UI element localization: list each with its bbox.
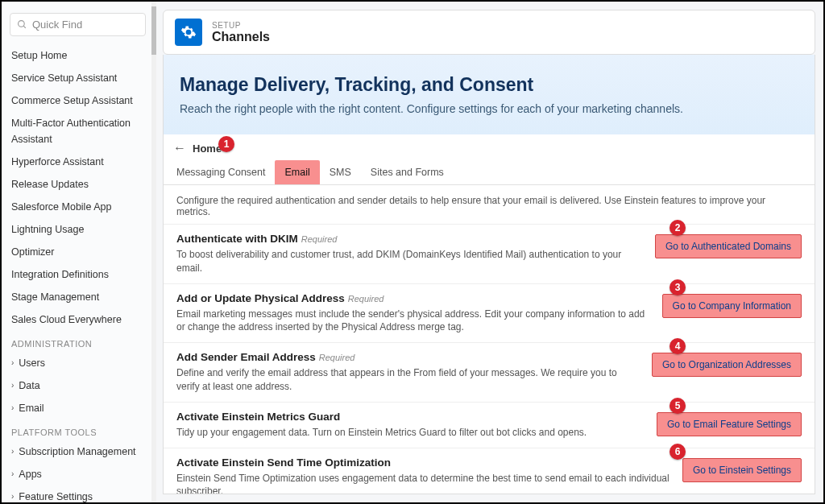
sidebar-item[interactable]: ›Subscription Management <box>2 440 154 463</box>
back-label: Home <box>193 143 222 155</box>
setting-row: Add or Update Physical AddressRequiredEm… <box>164 283 815 343</box>
breadcrumb[interactable]: ← Home 1 <box>164 134 815 160</box>
scrollbar[interactable] <box>151 2 156 502</box>
chevron-right-icon: › <box>11 468 14 481</box>
sidebar-label: Users <box>19 355 45 371</box>
action-button[interactable]: Go to Company Information <box>662 294 802 318</box>
chevron-right-icon: › <box>11 402 14 415</box>
search-icon <box>17 19 27 30</box>
sidebar-item[interactable]: Lightning Usage <box>2 218 154 241</box>
action-button[interactable]: Go to Organization Addresses <box>652 353 802 377</box>
tab-sms[interactable]: SMS <box>320 160 361 184</box>
main-panel: SETUP Channels Manage Delivery, Tracking… <box>155 2 823 502</box>
setting-title: Authenticate with DKIMRequired <box>176 233 642 245</box>
chevron-right-icon: › <box>11 357 14 370</box>
sidebar-item[interactable]: ›Data <box>2 374 154 397</box>
setting-desc: Email marketing messages must include th… <box>176 308 649 335</box>
sidebar-item[interactable]: Sales Cloud Everywhere <box>2 308 154 331</box>
gear-icon <box>175 19 202 46</box>
section-platform: PLATFORM TOOLS <box>2 419 154 440</box>
sidebar-label: Subscription Management <box>19 444 135 460</box>
tab-messaging-consent[interactable]: Messaging Consent <box>167 160 275 184</box>
tabs: Messaging ConsentEmailSMSSites and Forms <box>164 160 815 185</box>
content-desc: Configure the required authentication an… <box>164 185 815 224</box>
setting-row: Activate Einstein Send Time Optimization… <box>164 448 815 494</box>
annotation-6: 6 <box>670 444 686 460</box>
setting-desc: Tidy up your engagement data. Turn on Ei… <box>176 426 644 440</box>
sidebar-item[interactable]: Hyperforce Assistant <box>2 151 154 173</box>
setting-row: Authenticate with DKIMRequiredTo boost d… <box>164 224 815 283</box>
setting-desc: Define and verify the email address that… <box>176 366 639 394</box>
setting-title: Activate Einstein Metrics Guard <box>176 411 644 423</box>
section-admin: ADMINISTRATION <box>2 331 154 352</box>
sidebar-item[interactable]: Salesforce Mobile App <box>2 196 154 218</box>
sidebar-item[interactable]: Commerce Setup Assistant <box>2 89 154 112</box>
required-label: Required <box>348 294 384 304</box>
search-placeholder: Quick Find <box>32 19 82 31</box>
action-button[interactable]: Go to Authenticated Domains <box>655 234 802 258</box>
action-button[interactable]: Go to Email Feature Settings <box>657 412 802 436</box>
sidebar-item[interactable]: Stage Management <box>2 286 154 308</box>
search-input[interactable]: Quick Find <box>10 13 146 36</box>
required-label: Required <box>319 353 355 362</box>
tab-sites-and-forms[interactable]: Sites and Forms <box>361 160 454 184</box>
sidebar-item[interactable]: Service Setup Assistant <box>2 67 154 89</box>
required-label: Required <box>301 234 338 244</box>
annotation-4: 4 <box>670 338 686 354</box>
content: ← Home 1 Messaging ConsentEmailSMSSites … <box>163 134 815 494</box>
setting-desc: Einstein Send Time Optimization uses eng… <box>176 472 670 494</box>
svg-point-0 <box>19 21 25 27</box>
chevron-right-icon: › <box>11 379 14 392</box>
sidebar-label: Apps <box>19 466 42 482</box>
page-header: SETUP Channels <box>163 10 815 55</box>
chevron-right-icon: › <box>11 445 14 458</box>
tab-email[interactable]: Email <box>275 160 319 184</box>
arrow-left-icon: ← <box>173 141 186 155</box>
sidebar-label: Email <box>19 400 44 416</box>
setting-title: Activate Einstein Send Time Optimization <box>176 456 670 469</box>
sidebar-label: Data <box>19 378 39 394</box>
hero-sub: Reach the right people with the right co… <box>180 102 798 115</box>
annotation-1: 1 <box>218 136 234 152</box>
svg-line-1 <box>23 26 26 28</box>
sidebar-item[interactable]: ›Feature Settings <box>2 485 154 502</box>
sidebar-item[interactable]: ›Apps <box>2 463 154 485</box>
setting-title: Add or Update Physical AddressRequired <box>176 292 649 304</box>
setting-title: Add Sender Email AddressRequired <box>176 351 639 363</box>
setting-row: Activate Einstein Metrics GuardTidy up y… <box>164 402 815 448</box>
sidebar-item[interactable]: Integration Definitions <box>2 263 154 286</box>
header-sup: SETUP <box>212 21 270 30</box>
sidebar-item[interactable]: Optimizer <box>2 241 154 263</box>
chevron-right-icon: › <box>11 490 14 502</box>
hero: Manage Delivery, Tracking, and Consent R… <box>163 55 815 134</box>
sidebar-item[interactable]: Release Updates <box>2 173 154 196</box>
annotation-5: 5 <box>670 398 686 414</box>
hero-title: Manage Delivery, Tracking, and Consent <box>180 74 798 96</box>
sidebar-item[interactable]: ›Users <box>2 352 154 374</box>
sidebar: Quick Find Setup HomeService Setup Assis… <box>2 2 155 502</box>
annotation-3: 3 <box>670 279 686 295</box>
sidebar-item[interactable]: ›Email <box>2 397 154 419</box>
sidebar-item[interactable]: Setup Home <box>2 44 154 67</box>
action-button[interactable]: Go to Einstein Settings <box>682 458 802 482</box>
page-title: Channels <box>212 30 270 44</box>
setting-row: Add Sender Email AddressRequiredDefine a… <box>164 342 815 402</box>
sidebar-item[interactable]: Multi-Factor Authentication Assistant <box>2 112 154 151</box>
setting-desc: To boost deliverability and customer tru… <box>176 248 642 275</box>
annotation-2: 2 <box>670 220 686 236</box>
sidebar-label: Feature Settings <box>19 489 93 502</box>
